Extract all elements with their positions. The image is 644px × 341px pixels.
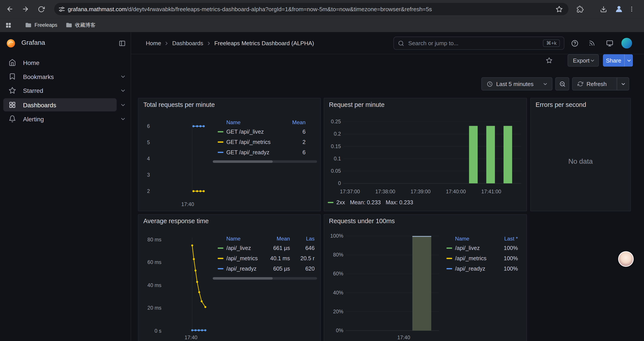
refresh-icon [577,81,583,87]
series-swatch [218,142,223,143]
downloads-button[interactable] [596,2,610,16]
assistant-extension-avatar[interactable] [618,251,634,267]
series-mean: 2 [281,139,306,145]
panel-title[interactable]: Errors per second [536,101,586,109]
legend-row[interactable]: /api/_metrics 100% [442,253,520,263]
svg-text:6: 6 [147,123,150,129]
export-button[interactable]: Export [568,54,599,67]
favorite-dashboard-button[interactable] [544,55,555,66]
bell-icon [8,115,16,123]
search-box[interactable]: ⌘+k [394,37,564,50]
search-input[interactable] [408,40,543,47]
grafana-logo[interactable] [6,39,16,48]
svg-text:17:40: 17:40 [181,201,194,207]
series-mean: 6 [281,149,306,155]
svg-text:20%: 20% [333,309,344,314]
svg-text:0 s: 0 s [154,328,161,334]
series-name[interactable]: 2xx [336,199,345,205]
legend-header-mean[interactable]: Mean [281,119,306,125]
chevron-down-icon[interactable] [120,87,126,94]
legend-header-last[interactable]: Last * [495,235,518,242]
legend-header-last[interactable]: Las [292,235,314,242]
sidebar-item-home[interactable]: Home [0,56,131,70]
sidebar-item-alerting[interactable]: Alerting [0,112,131,126]
legend-scrollbar[interactable] [213,277,317,279]
legend-header-name[interactable]: Name [213,235,266,242]
legend-row[interactable]: /api/_livez 661 µs 646 [213,243,317,253]
scrollbar-thumb[interactable] [213,277,273,279]
zoom-out-button[interactable] [555,77,569,90]
chevron-down-icon[interactable] [120,73,126,80]
legend-row[interactable]: /api/_readyz 605 µs 620 [213,263,317,274]
chevron-down-icon[interactable] [120,116,126,122]
breadcrumb-item-home[interactable]: Home [146,40,161,47]
legend-row[interactable]: GET /api/_livez 6 [213,127,317,137]
forward-button[interactable] [18,2,32,16]
sidebar-item-starred[interactable]: Starred [0,83,131,97]
url-bar[interactable]: grafana.mathmast.com/d/deytv4rwavabkb/fr… [54,3,568,15]
legend-header-name[interactable]: Name [442,235,495,242]
scrollbar-thumb[interactable] [213,160,273,163]
user-avatar[interactable] [622,38,632,49]
share-button[interactable]: Share [603,54,624,67]
reload-icon [38,6,44,13]
extensions-button[interactable] [573,2,587,16]
series-swatch [446,268,452,269]
sidebar-item-bookmarks[interactable]: Bookmarks [0,70,131,84]
breadcrumb-item-dashboards[interactable]: Dashboards [172,40,203,47]
bookmarks-bar: Freeleaps 收藏博客 [0,18,644,32]
legend-row[interactable]: /api/_readyz 100% [442,263,520,274]
sidebar-collapse-button[interactable] [116,38,127,49]
folder-icon [25,22,32,28]
legend-row[interactable]: GET /api/_readyz 6 [213,147,317,158]
legend-row[interactable]: /api/_livez 100% [442,243,520,253]
timeseries-chart: 6543217:40 [141,117,213,208]
display-mode-button[interactable] [604,38,615,49]
legend-row[interactable]: /api/_metrics 40.1 ms 20.5 r [213,253,317,263]
back-button[interactable] [3,2,17,16]
legend-header-mean[interactable]: Mean [265,235,290,242]
svg-text:0.25: 0.25 [331,119,341,124]
panel-title[interactable]: Request per minute [329,101,384,109]
panel-title[interactable]: Average response time [143,217,209,225]
download-icon [600,6,607,13]
bookmark-label: Freeleaps [34,22,57,28]
series-mean: 40.1 ms [265,255,290,261]
help-button[interactable] [569,38,580,49]
apps-grid-icon[interactable] [5,22,12,29]
panel-request-per-minute: Request per minute 0.250.20.150.10.05017… [324,98,527,211]
reload-button[interactable] [34,2,48,16]
refresh-button[interactable]: Refresh [572,77,617,90]
sidebar-item-dashboards[interactable]: Dashboards [0,98,131,112]
series-mean: 605 µs [265,265,290,272]
bookmark-folder-blogs[interactable]: 收藏博客 [62,20,100,31]
browser-menu-button[interactable] [626,2,638,16]
bookmark-star-icon[interactable] [556,6,563,13]
series-swatch [218,258,223,259]
panel-avg-response-time: Average response time 80 ms60 ms40 ms20 … [138,214,321,341]
share-menu-button[interactable] [624,54,633,67]
refresh-interval-button[interactable] [617,77,629,90]
svg-text:17:40:00: 17:40:00 [446,189,466,194]
kebab-menu-icon [628,6,635,12]
bookmark-folder-freeleaps[interactable]: Freeleaps [21,20,62,31]
series-mean: 661 µs [265,245,290,251]
legend-table: Name Mean Las /api/_livez 661 µs 646 /ap… [213,234,317,274]
legend-scrollbar[interactable] [213,160,317,163]
legend-row[interactable]: GET /api/_metrics 2 [213,137,317,147]
profile-button[interactable] [612,2,626,16]
svg-text:17:39:00: 17:39:00 [410,189,430,194]
svg-text:4: 4 [147,156,150,162]
chevron-down-icon[interactable] [120,102,126,108]
panel-title[interactable]: Requests under 100ms [329,217,395,225]
panel-title[interactable]: Total requests per minute [143,101,215,109]
series-swatch [218,268,223,269]
legend-header-name[interactable]: Name [213,119,281,125]
folder-icon [66,22,72,28]
news-rss-button[interactable] [586,38,598,49]
time-range-picker[interactable]: Last 5 minutes [481,77,552,90]
breadcrumb: Home Dashboards Freeleaps Metrics Dashbo… [146,39,314,48]
series-swatch [218,247,223,249]
site-settings-icon[interactable] [58,6,65,13]
svg-text:60%: 60% [333,271,344,276]
